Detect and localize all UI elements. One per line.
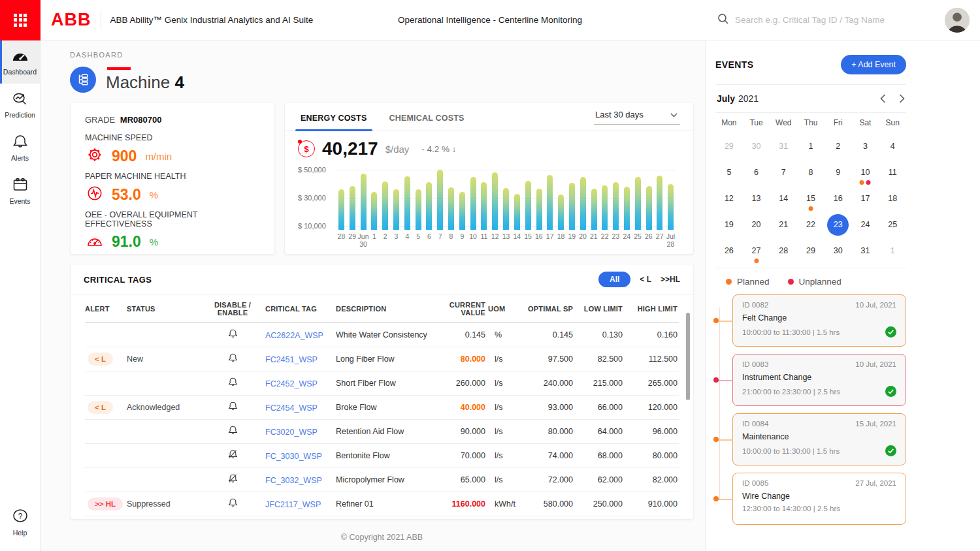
bar[interactable] xyxy=(500,188,512,230)
tab-chemical-costs[interactable]: CHEMICAL COSTS xyxy=(387,105,467,131)
date-range-select[interactable]: Last 30 days xyxy=(594,108,680,125)
calendar-day[interactable]: 14 xyxy=(770,185,797,212)
critical-tag-link[interactable]: FC3020_WSP xyxy=(265,428,318,437)
calendar-day[interactable]: 24 xyxy=(852,212,879,238)
filter-high-button[interactable]: >>HL xyxy=(661,275,680,284)
bell-icon[interactable] xyxy=(227,497,238,509)
bar[interactable] xyxy=(644,186,655,230)
critical-tag-link[interactable]: FC2454_WSP xyxy=(265,403,318,413)
calendar-day[interactable]: 19 xyxy=(715,212,743,238)
critical-tag-link[interactable]: FC2452_WSP xyxy=(265,379,318,388)
calendar-day[interactable]: 10 xyxy=(852,159,879,185)
calendar-day[interactable]: 1 xyxy=(797,133,825,159)
calendar-day[interactable]: 31 xyxy=(770,133,797,159)
calendar-day[interactable]: 31 xyxy=(852,238,879,264)
calendar-day[interactable]: 29 xyxy=(797,238,825,264)
bell-icon[interactable] xyxy=(227,425,238,436)
bar[interactable] xyxy=(566,183,578,230)
bar[interactable] xyxy=(489,172,500,230)
sidebar-item-help[interactable]: ? Help xyxy=(0,500,40,544)
bell-icon[interactable] xyxy=(227,377,238,388)
event-card[interactable]: ID 008415 Jul, 2021Maintenance10:00:00 t… xyxy=(732,413,906,465)
bar[interactable] xyxy=(457,192,468,230)
calendar-day[interactable]: 13 xyxy=(743,185,770,212)
calendar-day[interactable]: 21 xyxy=(770,212,797,238)
bar[interactable] xyxy=(610,182,621,230)
critical-tag-link[interactable]: FC_3032_WSP xyxy=(265,476,322,485)
calendar-day[interactable]: 20 xyxy=(743,212,770,238)
bar[interactable] xyxy=(632,177,644,230)
bar[interactable] xyxy=(336,189,347,230)
event-card[interactable]: ID 008310 Jul, 2021Instrument Change21:0… xyxy=(732,354,906,406)
bar[interactable] xyxy=(368,192,380,230)
bar[interactable] xyxy=(544,175,555,230)
bell-icon[interactable] xyxy=(227,328,238,339)
bar[interactable] xyxy=(655,176,666,230)
bell-icon[interactable] xyxy=(227,353,238,364)
calendar-day[interactable]: 5 xyxy=(715,159,743,185)
calendar-day[interactable]: 25 xyxy=(879,212,906,238)
calendar-day[interactable]: 30 xyxy=(825,238,852,264)
calendar-day[interactable]: 22 xyxy=(797,212,825,238)
sidebar-item-alerts[interactable]: Alerts xyxy=(0,127,40,170)
calendar-day[interactable]: 9 xyxy=(825,159,852,185)
bar[interactable] xyxy=(555,195,566,230)
search-input[interactable] xyxy=(735,15,933,25)
bell-muted-icon[interactable] xyxy=(227,449,238,460)
calendar-day[interactable]: 8 xyxy=(797,159,825,185)
critical-tag-link[interactable]: FC_3030_WSP xyxy=(265,452,322,461)
bar[interactable] xyxy=(391,189,402,230)
calendar-day[interactable]: 26 xyxy=(715,238,743,264)
calendar-day[interactable]: 28 xyxy=(770,238,797,264)
critical-tag-link[interactable]: JFC2117_WSP xyxy=(265,500,321,509)
filter-low-button[interactable]: < L xyxy=(640,275,651,284)
bar[interactable] xyxy=(424,182,435,230)
critical-tag-link[interactable]: FC2451_WSP xyxy=(265,355,318,364)
bar[interactable] xyxy=(468,177,479,230)
bar[interactable] xyxy=(358,174,369,230)
calendar-day[interactable]: 12 xyxy=(715,185,743,212)
bell-muted-icon[interactable] xyxy=(227,473,238,484)
calendar-day[interactable]: 30 xyxy=(743,133,770,159)
calendar-day[interactable]: 23 xyxy=(825,212,852,238)
bar[interactable] xyxy=(600,185,611,230)
calendar-next-button[interactable] xyxy=(899,94,905,103)
calendar-day[interactable]: 27 xyxy=(743,238,770,264)
add-event-button[interactable]: + Add Event xyxy=(841,55,906,74)
sidebar-item-events[interactable]: Events xyxy=(0,170,40,213)
table-scrollbar[interactable] xyxy=(686,313,690,400)
event-card[interactable]: ID 008527 Jul, 2021Wire Change12:30:00 t… xyxy=(732,473,906,525)
calendar-day[interactable]: 6 xyxy=(743,159,770,185)
tab-energy-costs[interactable]: ENERGY COSTS xyxy=(298,105,370,131)
bar[interactable] xyxy=(446,187,457,230)
bar[interactable] xyxy=(621,187,632,230)
app-launcher-button[interactable] xyxy=(0,0,41,40)
filter-all-button[interactable]: All xyxy=(598,272,630,287)
bar[interactable] xyxy=(589,189,600,230)
bar[interactable] xyxy=(402,176,413,230)
calendar-day[interactable]: 11 xyxy=(879,159,906,185)
bell-icon[interactable] xyxy=(227,401,238,412)
bar[interactable] xyxy=(479,182,490,230)
bar[interactable] xyxy=(512,194,523,230)
calendar-day[interactable]: 29 xyxy=(715,133,743,159)
bar[interactable] xyxy=(434,170,446,230)
calendar-day[interactable]: 16 xyxy=(825,185,852,212)
bar[interactable] xyxy=(665,184,676,230)
sidebar-item-dashboard[interactable]: Dashboard xyxy=(0,40,40,84)
bar[interactable] xyxy=(523,181,534,230)
calendar-day[interactable]: 17 xyxy=(852,185,879,212)
calendar-day[interactable]: 3 xyxy=(852,133,879,159)
calendar-day[interactable]: 7 xyxy=(770,159,797,185)
bar[interactable] xyxy=(578,177,589,230)
bar[interactable] xyxy=(380,181,391,230)
sidebar-item-prediction[interactable]: Prediction xyxy=(0,84,40,127)
calendar-prev-button[interactable] xyxy=(880,94,886,103)
bar[interactable] xyxy=(534,189,545,230)
calendar-day[interactable]: 4 xyxy=(879,133,906,159)
critical-tag-link[interactable]: AC2622A_WSP xyxy=(265,331,323,340)
calendar-day[interactable]: 1 xyxy=(879,238,906,264)
bar[interactable] xyxy=(413,189,424,230)
calendar-day[interactable]: 15 xyxy=(797,185,825,212)
user-avatar[interactable] xyxy=(945,8,970,33)
